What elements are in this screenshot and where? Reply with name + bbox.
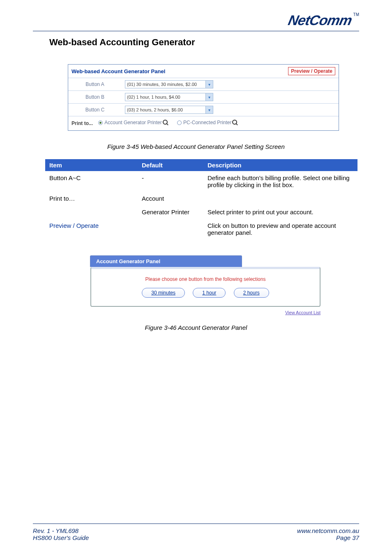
print-option-acct[interactable]: Account Generator Printer (98, 120, 168, 125)
radio-unchecked-icon (177, 120, 182, 125)
description-table: Item Default Description Button A~C - De… (45, 159, 357, 239)
panel2-message: Please choose one button from the follow… (99, 276, 311, 282)
preview-operate-button[interactable]: Preview / Operate (288, 67, 335, 75)
footer-page: Page 37 (297, 534, 359, 541)
button-c-value: (03) 2 hours, 2 hours, $6.00 (125, 107, 205, 112)
cell-default: Generator Printer (138, 205, 203, 219)
footer-guide: HS800 User's Guide (33, 534, 89, 541)
button-b-label: Button B (68, 91, 122, 104)
button-a-label: Button A (68, 78, 122, 91)
table-header-row: Item Default Description (45, 159, 357, 171)
cell-desc: Click on button to preview and operate a… (203, 219, 357, 239)
figure-3-46-caption: Figure 3-46 Account Generator Panel (33, 324, 359, 331)
cell-item-link: Preview / Operate (45, 219, 138, 239)
button-b-select[interactable]: (02) 1 hour, 1 hours, $4.00 ▾ (125, 93, 213, 101)
account-generator-panel: Please choose one button from the follow… (90, 267, 321, 307)
footer-url: www.netcomm.com.au (297, 527, 359, 534)
table-row: Generator Printer Select printer to prin… (45, 205, 357, 219)
cell-item: Button A~C (45, 171, 138, 192)
radio-checked-icon (98, 120, 103, 125)
table-row: Button A~C - Define each button's billin… (45, 171, 357, 192)
page-header: NetCommTM (33, 12, 359, 31)
table-row: Preview / Operate Click on button to pre… (45, 219, 357, 239)
figure-3-45-caption: Figure 3-45 Web-based Account Generator … (33, 143, 359, 150)
cell-desc (203, 192, 357, 205)
print-to-label: Print to... (71, 120, 93, 126)
th-description: Description (203, 159, 357, 171)
page-footer: Rev. 1 - YML698 HS800 User's Guide www.n… (33, 524, 359, 541)
chevron-down-icon: ▾ (205, 81, 213, 88)
pill-30-minutes[interactable]: 30 minutes (142, 288, 185, 298)
th-item: Item (45, 159, 138, 171)
footer-rev: Rev. 1 - YML698 (33, 527, 89, 534)
button-b-value: (02) 1 hour, 1 hours, $4.00 (125, 95, 205, 100)
cell-item: Print to… (45, 192, 138, 205)
cell-desc: Define each button's billing profile. Se… (203, 171, 357, 192)
cell-default: - (138, 171, 203, 192)
account-generator-settings-panel: Web-based Account Generator Panel Previe… (68, 64, 339, 131)
button-c-select[interactable]: (03) 2 hours, 2 hours, $6.00 ▾ (125, 106, 213, 114)
pill-1-hour[interactable]: 1 hour (193, 288, 226, 298)
print-option-acct-label: Account Generator Printer (104, 120, 161, 125)
page-title: Web-based Accounting Generator (49, 37, 359, 48)
panel2-tab: Account Generator Panel (90, 255, 242, 267)
cell-desc: Select printer to print out your account… (203, 205, 357, 219)
cell-default: Account (138, 192, 203, 205)
brand-tm: TM (353, 12, 359, 17)
table-row: Print to… Account (45, 192, 357, 205)
cell-item (45, 205, 138, 219)
print-option-pc-label: PC-Connected Printer (183, 120, 231, 125)
th-default: Default (138, 159, 203, 171)
chevron-down-icon: ▾ (205, 93, 213, 101)
view-account-list-link[interactable]: View Account List (285, 310, 321, 315)
cell-default (138, 219, 203, 239)
panel1-title: Web-based Account Generator Panel (71, 68, 288, 74)
search-icon[interactable] (163, 120, 168, 125)
brand-logo: NetComm (287, 12, 353, 28)
button-c-label: Button C (68, 104, 122, 116)
button-a-select[interactable]: (01) 30 minutes, 30 minutes, $2.00 ▾ (125, 80, 213, 88)
button-a-value: (01) 30 minutes, 30 minutes, $2.00 (125, 82, 205, 87)
print-option-pc[interactable]: PC-Connected Printer (177, 120, 238, 125)
chevron-down-icon: ▾ (205, 106, 213, 114)
pill-2-hours[interactable]: 2 hours (234, 288, 269, 298)
search-icon[interactable] (232, 120, 238, 125)
